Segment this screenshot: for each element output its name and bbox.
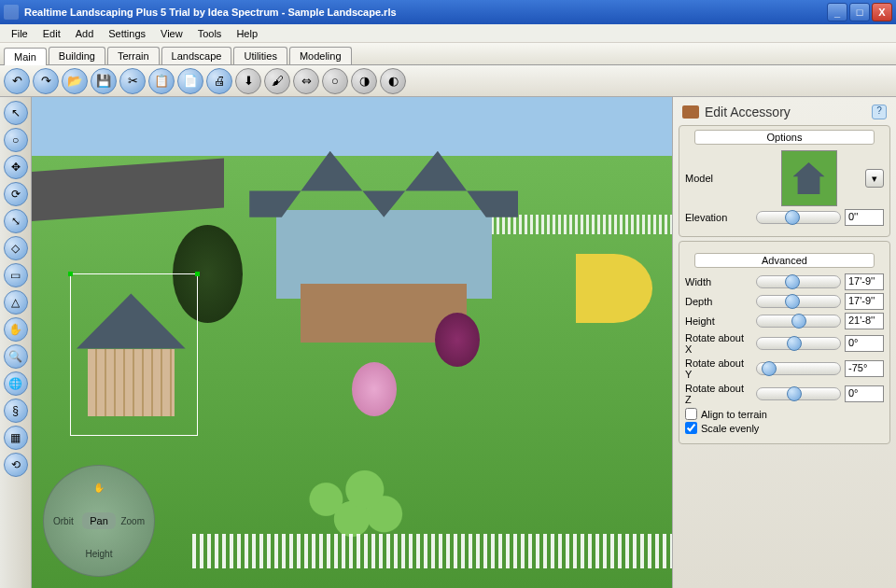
save-button[interactable]: 💾 <box>91 68 117 94</box>
model-dropdown-button[interactable]: ▾ <box>865 169 884 188</box>
properties-panel: Edit Accessory ? Options Model ▾ Elevati… <box>672 97 896 588</box>
scale-tool[interactable]: ⤡ <box>4 209 28 233</box>
tab-landscape[interactable]: Landscape <box>161 47 232 64</box>
menu-bar: File Edit Add Settings View Tools Help <box>0 24 896 43</box>
reset-tool[interactable]: ⟲ <box>4 453 28 477</box>
align-terrain-checkbox[interactable]: Align to terrain <box>685 408 884 420</box>
width-value[interactable]: 17'-9'' <box>845 273 884 290</box>
options-group: Options Model ▾ Elevation 0'' <box>679 125 890 237</box>
tab-terrain[interactable]: Terrain <box>107 47 160 64</box>
menu-view[interactable]: View <box>153 26 190 41</box>
menu-edit[interactable]: Edit <box>35 26 68 41</box>
workspace: ↖ ○ ✥ ⟳ ⤡ ◇ ▭ △ ✋ 🔍 🌐 § ▦ ⟲ <box>0 97 896 588</box>
globe-tool[interactable]: 🌐 <box>4 371 28 396</box>
shape-b-tool[interactable]: ▭ <box>4 263 28 287</box>
selection-box[interactable] <box>70 273 198 436</box>
tab-main[interactable]: Main <box>4 48 47 65</box>
app-icon <box>4 5 19 20</box>
model-thumbnail[interactable] <box>781 150 837 206</box>
tool-f-button[interactable]: ◐ <box>380 68 406 94</box>
selection-handle[interactable] <box>195 272 200 276</box>
nav-zoom[interactable]: Zoom <box>120 516 145 526</box>
elevation-label: Elevation <box>685 212 752 223</box>
viewport-3d[interactable]: ✋ Orbit Zoom Pan Height <box>32 97 672 588</box>
rotz-label: Rotate about Z <box>685 383 752 405</box>
redo-button[interactable]: ↷ <box>33 68 59 94</box>
roty-slider[interactable] <box>756 362 841 375</box>
height-value[interactable]: 21'-8'' <box>845 313 884 329</box>
playground-slide <box>576 254 652 323</box>
print-button[interactable]: 🖨 <box>206 68 232 94</box>
scale-evenly-label: Scale evenly <box>701 423 759 434</box>
nav-hand-icon[interactable]: ✋ <box>93 483 105 493</box>
height-label: Height <box>685 315 752 327</box>
selection-handle[interactable] <box>68 272 73 276</box>
rotate-tool[interactable]: ⟳ <box>4 182 28 206</box>
tool-a-button[interactable]: ⬇ <box>235 68 261 94</box>
depth-value[interactable]: 17'-9'' <box>845 293 884 310</box>
elevation-value[interactable]: 0'' <box>845 209 884 226</box>
advanced-group: Advanced Width 17'-9'' Depth 17'-9'' Hei… <box>679 241 890 444</box>
nav-pan[interactable]: Pan <box>82 512 116 529</box>
shape-a-tool[interactable]: ◇ <box>4 236 28 260</box>
menu-help[interactable]: Help <box>229 26 265 41</box>
align-terrain-label: Align to terrain <box>701 409 767 420</box>
depth-label: Depth <box>685 296 752 307</box>
nav-orbit[interactable]: Orbit <box>53 516 74 526</box>
circle-tool[interactable]: ○ <box>4 128 28 152</box>
align-terrain-input[interactable] <box>685 408 697 420</box>
undo-button[interactable]: ↶ <box>4 68 30 94</box>
nav-height[interactable]: Height <box>86 549 113 559</box>
rotz-slider[interactable] <box>756 387 841 400</box>
rotz-value[interactable]: 0° <box>845 385 884 402</box>
rotx-value[interactable]: 0° <box>845 335 884 352</box>
shape-c-tool[interactable]: △ <box>4 290 28 315</box>
model-label: Model <box>685 173 752 184</box>
zoom-tool[interactable]: 🔍 <box>4 344 28 369</box>
accessory-icon <box>682 105 699 119</box>
scale-evenly-input[interactable] <box>685 422 697 434</box>
cut-button[interactable]: ✂ <box>119 68 146 94</box>
spiral-tool[interactable]: § <box>4 399 28 423</box>
move-tool[interactable]: ✥ <box>4 155 28 179</box>
advanced-title: Advanced <box>694 253 875 268</box>
window-title: Realtime Landscaping Plus 5 Trial by Ide… <box>24 7 825 18</box>
help-button[interactable]: ? <box>872 105 887 119</box>
tab-building[interactable]: Building <box>49 47 105 64</box>
minimize-button[interactable]: _ <box>827 3 847 21</box>
rotx-label: Rotate about X <box>685 332 752 355</box>
tool-c-button[interactable]: ⇔ <box>293 68 319 94</box>
menu-file[interactable]: File <box>4 26 35 41</box>
house-model <box>249 151 518 299</box>
maximize-button[interactable]: □ <box>849 3 870 21</box>
elevation-slider[interactable] <box>756 211 841 224</box>
panel-header: Edit Accessory ? <box>679 103 890 121</box>
options-title: Options <box>694 130 875 145</box>
title-bar: Realtime Landscaping Plus 5 Trial by Ide… <box>0 0 896 24</box>
tool-e-button[interactable]: ◑ <box>351 68 377 94</box>
tab-utilities[interactable]: Utilities <box>233 47 287 64</box>
menu-add[interactable]: Add <box>68 26 102 41</box>
tab-strip: Main Building Terrain Landscape Utilitie… <box>0 43 896 65</box>
nav-disc[interactable]: ✋ Orbit Zoom Pan Height <box>43 465 155 577</box>
roty-value[interactable]: -75° <box>845 360 884 377</box>
tool-d-button[interactable]: ○ <box>322 68 348 94</box>
menu-tools[interactable]: Tools <box>190 26 230 41</box>
paste-button[interactable]: 📄 <box>177 68 203 94</box>
open-button[interactable]: 📂 <box>62 68 88 94</box>
tool-b-button[interactable]: 🖌 <box>264 68 290 94</box>
toolbar: ↶ ↷ 📂 💾 ✂ 📋 📄 🖨 ⬇ 🖌 ⇔ ○ ◑ ◐ <box>0 65 896 97</box>
grid-tool[interactable]: ▦ <box>4 426 28 450</box>
height-slider[interactable] <box>756 315 841 328</box>
select-tool[interactable]: ↖ <box>4 101 28 125</box>
tab-modeling[interactable]: Modeling <box>289 47 352 64</box>
width-slider[interactable] <box>756 275 841 288</box>
rotx-slider[interactable] <box>756 337 841 350</box>
depth-slider[interactable] <box>756 295 841 308</box>
pan-tool[interactable]: ✋ <box>4 317 28 342</box>
copy-button[interactable]: 📋 <box>148 68 175 94</box>
scale-evenly-checkbox[interactable]: Scale evenly <box>685 422 884 434</box>
menu-settings[interactable]: Settings <box>101 26 153 41</box>
tree-pink <box>352 362 397 416</box>
close-button[interactable]: X <box>872 3 892 21</box>
